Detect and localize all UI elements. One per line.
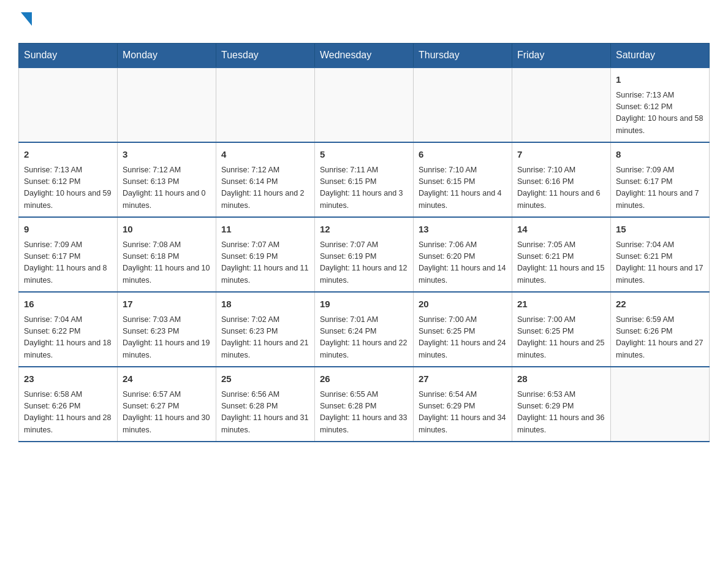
- calendar-cell: 28Sunrise: 6:53 AMSunset: 6:29 PMDayligh…: [512, 367, 611, 442]
- day-number: 15: [616, 223, 704, 237]
- day-info: Sunrise: 7:13 AMSunset: 6:12 PMDaylight:…: [24, 164, 112, 212]
- calendar-cell: 10Sunrise: 7:08 AMSunset: 6:18 PMDayligh…: [118, 217, 216, 292]
- calendar-cell: 23Sunrise: 6:58 AMSunset: 6:26 PMDayligh…: [19, 367, 118, 442]
- calendar-cell: [118, 67, 216, 142]
- day-number: 17: [123, 297, 211, 312]
- weekday-header-wednesday: Wednesday: [315, 44, 414, 68]
- day-info: Sunrise: 7:00 AMSunset: 6:25 PMDaylight:…: [419, 314, 507, 362]
- calendar-cell: [216, 67, 315, 142]
- day-number: 16: [24, 297, 112, 312]
- day-info: Sunrise: 7:01 AMSunset: 6:24 PMDaylight:…: [320, 314, 408, 362]
- day-number: 19: [320, 297, 408, 312]
- day-info: Sunrise: 7:13 AMSunset: 6:12 PMDaylight:…: [616, 90, 704, 137]
- calendar-cell: 17Sunrise: 7:03 AMSunset: 6:23 PMDayligh…: [118, 292, 216, 367]
- weekday-header-monday: Monday: [118, 44, 216, 68]
- calendar-cell: 1Sunrise: 7:13 AMSunset: 6:12 PMDaylight…: [611, 67, 710, 142]
- calendar-cell: 2Sunrise: 7:13 AMSunset: 6:12 PMDaylight…: [19, 142, 118, 217]
- day-number: 10: [123, 223, 211, 237]
- calendar-week-2: 2Sunrise: 7:13 AMSunset: 6:12 PMDaylight…: [19, 142, 710, 217]
- day-number: 22: [616, 297, 704, 312]
- calendar-cell: 24Sunrise: 6:57 AMSunset: 6:27 PMDayligh…: [118, 367, 216, 442]
- day-number: 20: [419, 297, 507, 312]
- calendar-week-4: 16Sunrise: 7:04 AMSunset: 6:22 PMDayligh…: [19, 292, 710, 367]
- day-info: Sunrise: 6:55 AMSunset: 6:28 PMDaylight:…: [320, 389, 408, 437]
- day-number: 24: [123, 372, 211, 386]
- calendar-cell: [315, 67, 414, 142]
- day-info: Sunrise: 7:11 AMSunset: 6:15 PMDaylight:…: [320, 164, 408, 212]
- day-number: 26: [320, 372, 408, 386]
- day-info: Sunrise: 7:12 AMSunset: 6:14 PMDaylight:…: [221, 164, 309, 212]
- day-number: 28: [517, 372, 605, 386]
- calendar-cell: [19, 67, 118, 142]
- day-number: 18: [221, 297, 309, 312]
- day-info: Sunrise: 7:03 AMSunset: 6:23 PMDaylight:…: [123, 314, 211, 362]
- day-info: Sunrise: 6:54 AMSunset: 6:29 PMDaylight:…: [419, 389, 507, 437]
- calendar-week-5: 23Sunrise: 6:58 AMSunset: 6:26 PMDayligh…: [19, 367, 710, 442]
- calendar-cell: 18Sunrise: 7:02 AMSunset: 6:23 PMDayligh…: [216, 292, 315, 367]
- day-info: Sunrise: 7:12 AMSunset: 6:13 PMDaylight:…: [123, 164, 211, 212]
- calendar-cell: [512, 67, 611, 142]
- day-number: 6: [419, 148, 507, 162]
- calendar-cell: 12Sunrise: 7:07 AMSunset: 6:19 PMDayligh…: [315, 217, 414, 292]
- day-info: Sunrise: 7:10 AMSunset: 6:15 PMDaylight:…: [419, 164, 507, 212]
- weekday-header-thursday: Thursday: [414, 44, 512, 68]
- day-number: 9: [24, 223, 112, 237]
- calendar-cell: 14Sunrise: 7:05 AMSunset: 6:21 PMDayligh…: [512, 217, 611, 292]
- calendar-cell: 27Sunrise: 6:54 AMSunset: 6:29 PMDayligh…: [414, 367, 512, 442]
- weekday-header-friday: Friday: [512, 44, 611, 68]
- calendar-cell: 7Sunrise: 7:10 AMSunset: 6:16 PMDaylight…: [512, 142, 611, 217]
- day-number: 12: [320, 223, 408, 237]
- weekday-header-saturday: Saturday: [611, 44, 710, 68]
- calendar-cell: 26Sunrise: 6:55 AMSunset: 6:28 PMDayligh…: [315, 367, 414, 442]
- day-number: 13: [419, 223, 507, 237]
- weekday-header-sunday: Sunday: [19, 44, 118, 68]
- calendar-week-3: 9Sunrise: 7:09 AMSunset: 6:17 PMDaylight…: [19, 217, 710, 292]
- day-number: 23: [24, 372, 112, 386]
- day-number: 27: [419, 372, 507, 386]
- day-info: Sunrise: 7:04 AMSunset: 6:21 PMDaylight:…: [616, 239, 704, 287]
- calendar-week-1: 1Sunrise: 7:13 AMSunset: 6:12 PMDaylight…: [19, 67, 710, 142]
- logo: [18, 12, 32, 31]
- day-number: 8: [616, 148, 704, 162]
- calendar-cell: 22Sunrise: 6:59 AMSunset: 6:26 PMDayligh…: [611, 292, 710, 367]
- day-number: 2: [24, 148, 112, 162]
- day-info: Sunrise: 7:07 AMSunset: 6:19 PMDaylight:…: [221, 239, 309, 287]
- day-info: Sunrise: 7:00 AMSunset: 6:25 PMDaylight:…: [517, 314, 605, 362]
- logo-arrow-icon: [21, 12, 32, 28]
- day-info: Sunrise: 6:56 AMSunset: 6:28 PMDaylight:…: [221, 389, 309, 437]
- day-number: 11: [221, 223, 309, 237]
- calendar-cell: 4Sunrise: 7:12 AMSunset: 6:14 PMDaylight…: [216, 142, 315, 217]
- day-info: Sunrise: 6:58 AMSunset: 6:26 PMDaylight:…: [24, 389, 112, 437]
- day-number: 14: [517, 223, 605, 237]
- day-number: 21: [517, 297, 605, 312]
- calendar-cell: [611, 367, 710, 442]
- day-number: 25: [221, 372, 309, 386]
- calendar-cell: 11Sunrise: 7:07 AMSunset: 6:19 PMDayligh…: [216, 217, 315, 292]
- day-number: 1: [616, 73, 704, 87]
- calendar-table: SundayMondayTuesdayWednesdayThursdayFrid…: [18, 43, 710, 442]
- day-info: Sunrise: 7:09 AMSunset: 6:17 PMDaylight:…: [24, 239, 112, 287]
- calendar-cell: 3Sunrise: 7:12 AMSunset: 6:13 PMDaylight…: [118, 142, 216, 217]
- day-number: 5: [320, 148, 408, 162]
- calendar-cell: 9Sunrise: 7:09 AMSunset: 6:17 PMDaylight…: [19, 217, 118, 292]
- day-info: Sunrise: 7:04 AMSunset: 6:22 PMDaylight:…: [24, 314, 112, 362]
- day-info: Sunrise: 7:06 AMSunset: 6:20 PMDaylight:…: [419, 239, 507, 287]
- svg-marker-0: [21, 12, 32, 26]
- day-info: Sunrise: 6:53 AMSunset: 6:29 PMDaylight:…: [517, 389, 605, 437]
- calendar-cell: 16Sunrise: 7:04 AMSunset: 6:22 PMDayligh…: [19, 292, 118, 367]
- day-number: 3: [123, 148, 211, 162]
- calendar-cell: 25Sunrise: 6:56 AMSunset: 6:28 PMDayligh…: [216, 367, 315, 442]
- calendar-cell: 19Sunrise: 7:01 AMSunset: 6:24 PMDayligh…: [315, 292, 414, 367]
- calendar-cell: 15Sunrise: 7:04 AMSunset: 6:21 PMDayligh…: [611, 217, 710, 292]
- calendar-cell: [414, 67, 512, 142]
- calendar-cell: 20Sunrise: 7:00 AMSunset: 6:25 PMDayligh…: [414, 292, 512, 367]
- day-info: Sunrise: 6:57 AMSunset: 6:27 PMDaylight:…: [123, 389, 211, 437]
- day-info: Sunrise: 7:10 AMSunset: 6:16 PMDaylight:…: [517, 164, 605, 212]
- day-info: Sunrise: 7:09 AMSunset: 6:17 PMDaylight:…: [616, 164, 704, 212]
- page-header: [18, 12, 710, 31]
- calendar-cell: 13Sunrise: 7:06 AMSunset: 6:20 PMDayligh…: [414, 217, 512, 292]
- calendar-cell: 5Sunrise: 7:11 AMSunset: 6:15 PMDaylight…: [315, 142, 414, 217]
- weekday-header-tuesday: Tuesday: [216, 44, 315, 68]
- day-info: Sunrise: 6:59 AMSunset: 6:26 PMDaylight:…: [616, 314, 704, 362]
- calendar-header-row: SundayMondayTuesdayWednesdayThursdayFrid…: [19, 44, 710, 68]
